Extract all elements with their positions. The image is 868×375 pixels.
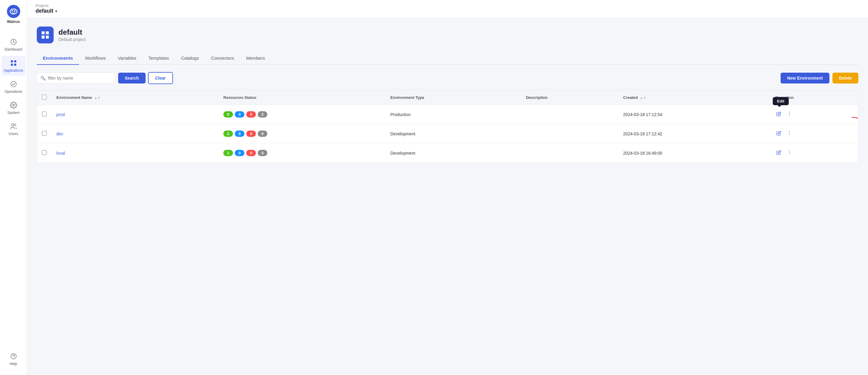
env-type-cell-prod: Production bbox=[385, 105, 521, 124]
svg-point-2 bbox=[14, 10, 16, 12]
sidebar-item-applications[interactable]: Applications bbox=[1, 56, 26, 76]
logo[interactable]: Walrus bbox=[7, 5, 20, 29]
more-options-button-dev[interactable] bbox=[785, 129, 793, 138]
col-header-name: Environment Name ▲▼ bbox=[52, 90, 218, 105]
operations-icon bbox=[9, 80, 18, 88]
badge-red-local: 0 bbox=[246, 150, 256, 156]
table-row: dev2000Development2024-03-18 17:12:42 bbox=[37, 124, 858, 144]
env-type-cell-dev: Development bbox=[385, 124, 521, 144]
operation-wrapper-local bbox=[775, 148, 853, 158]
search-icon: 🔍 bbox=[40, 76, 45, 81]
project-info: default Default project bbox=[59, 28, 86, 42]
col-header-type: Environment Type bbox=[385, 90, 521, 105]
svg-rect-14 bbox=[41, 31, 44, 34]
tab-templates[interactable]: Templates bbox=[142, 52, 175, 65]
delete-button[interactable]: Delete bbox=[832, 73, 858, 84]
badges-cell-dev: 2000 bbox=[218, 124, 385, 144]
badges-cell-prod: 0002 bbox=[218, 105, 385, 124]
project-avatar-icon bbox=[40, 30, 50, 40]
row-checkbox-local[interactable] bbox=[42, 150, 47, 155]
sidebar-bottom: Help bbox=[1, 349, 26, 370]
tab-catalogs[interactable]: Catalogs bbox=[175, 52, 205, 65]
sidebar-item-users[interactable]: Users bbox=[1, 119, 26, 139]
svg-point-27 bbox=[789, 153, 789, 154]
row-checkbox-dev[interactable] bbox=[42, 131, 47, 136]
sidebar-item-help[interactable]: Help bbox=[1, 349, 26, 369]
description-cell-dev bbox=[521, 124, 618, 144]
walrus-logo-icon bbox=[7, 5, 20, 18]
operation-wrapper-dev bbox=[775, 129, 853, 138]
environments-table: Environment Name ▲▼ Resources Status Env… bbox=[37, 90, 858, 162]
badge-gray-prod: 2 bbox=[258, 111, 267, 118]
badge-green-local: 1 bbox=[223, 150, 233, 156]
tab-members[interactable]: Members bbox=[240, 52, 271, 65]
svg-point-0 bbox=[7, 5, 20, 18]
badge-red-dev: 0 bbox=[246, 130, 256, 137]
description-cell-local bbox=[521, 144, 618, 163]
project-title: default bbox=[59, 28, 86, 36]
badge-green-prod: 0 bbox=[223, 111, 233, 118]
tab-workflows[interactable]: Workflows bbox=[79, 52, 112, 65]
col-header-operation: Operation bbox=[770, 90, 858, 105]
header-project-section: Projects default ▾ bbox=[36, 4, 57, 14]
project-selector[interactable]: default ▾ bbox=[36, 8, 57, 14]
operation-cell-prod: Edit bbox=[770, 105, 858, 124]
badge-gray-dev: 0 bbox=[258, 130, 267, 137]
new-environment-button[interactable]: New Environment bbox=[781, 73, 830, 84]
edit-button-local[interactable] bbox=[775, 149, 782, 157]
sort-icon-created[interactable]: ▲▼ bbox=[640, 96, 646, 99]
tab-connectors[interactable]: Connectors bbox=[205, 52, 240, 65]
badge-blue-local: 0 bbox=[235, 150, 244, 156]
edit-button-dev[interactable] bbox=[775, 130, 782, 138]
select-all-checkbox[interactable] bbox=[42, 95, 47, 99]
toolbar: 🔍 Search Clear New Environment Delete bbox=[37, 72, 858, 84]
tabs-bar: EnvironmentsWorkflowsVariablesTemplatesC… bbox=[37, 52, 858, 65]
more-options-button-local[interactable] bbox=[785, 148, 793, 158]
svg-rect-16 bbox=[41, 36, 44, 39]
svg-point-1 bbox=[11, 10, 13, 12]
tab-environments[interactable]: Environments bbox=[37, 52, 79, 65]
svg-point-18 bbox=[789, 112, 789, 113]
header-checkbox-cell bbox=[37, 90, 52, 105]
sidebar-item-system[interactable]: System bbox=[1, 98, 26, 118]
row-checkbox-prod[interactable] bbox=[42, 112, 47, 116]
env-name-cell-prod: prod bbox=[52, 105, 218, 124]
help-label: Help bbox=[10, 362, 17, 366]
sort-icon-name[interactable]: ▲▼ bbox=[94, 96, 100, 99]
main-content: Projects default ▾ default Default proje… bbox=[27, 0, 868, 375]
project-name: default bbox=[36, 8, 53, 14]
table-row: prod0002Production2024-03-18 17:12:54Edi… bbox=[37, 105, 858, 124]
table-body: prod0002Production2024-03-18 17:12:54Edi… bbox=[37, 105, 858, 163]
svg-point-10 bbox=[11, 124, 14, 126]
env-name-link-dev[interactable]: dev bbox=[56, 131, 63, 136]
svg-rect-7 bbox=[11, 64, 13, 66]
badge-gray-local: 0 bbox=[258, 150, 267, 156]
environments-table-container: Environment Name ▲▼ Resources Status Env… bbox=[37, 90, 858, 163]
badge-green-dev: 2 bbox=[223, 130, 233, 137]
search-input[interactable] bbox=[37, 72, 115, 84]
sidebar-item-dashboard[interactable]: Dashboard bbox=[1, 35, 26, 55]
badges-cell-local: 1000 bbox=[218, 144, 385, 163]
col-header-description: Description bbox=[521, 90, 618, 105]
env-name-link-local[interactable]: local bbox=[56, 151, 65, 156]
created-cell-prod: 2024-03-18 17:12:54 bbox=[618, 105, 771, 124]
operation-cell-dev bbox=[770, 124, 858, 144]
svg-point-13 bbox=[13, 357, 14, 358]
svg-point-26 bbox=[789, 152, 789, 153]
project-header: default Default project bbox=[37, 27, 858, 43]
sidebar-item-operations[interactable]: Operations bbox=[1, 77, 26, 97]
applications-icon bbox=[9, 59, 18, 67]
applications-label: Applications bbox=[4, 68, 23, 73]
clear-button[interactable]: Clear bbox=[148, 72, 173, 84]
more-options-button-prod[interactable] bbox=[785, 110, 793, 119]
tab-variables[interactable]: Variables bbox=[112, 52, 142, 65]
env-name-link-prod[interactable]: prod bbox=[56, 112, 65, 117]
walrus-label: Walrus bbox=[7, 19, 20, 24]
search-button[interactable]: Search bbox=[118, 73, 146, 84]
row-checkbox-cell-prod bbox=[37, 105, 52, 124]
page-body: default Default project EnvironmentsWork… bbox=[27, 18, 868, 375]
svg-point-24 bbox=[789, 134, 789, 135]
svg-point-22 bbox=[789, 131, 789, 132]
svg-point-25 bbox=[789, 150, 789, 151]
edit-button-prod[interactable] bbox=[775, 110, 782, 119]
